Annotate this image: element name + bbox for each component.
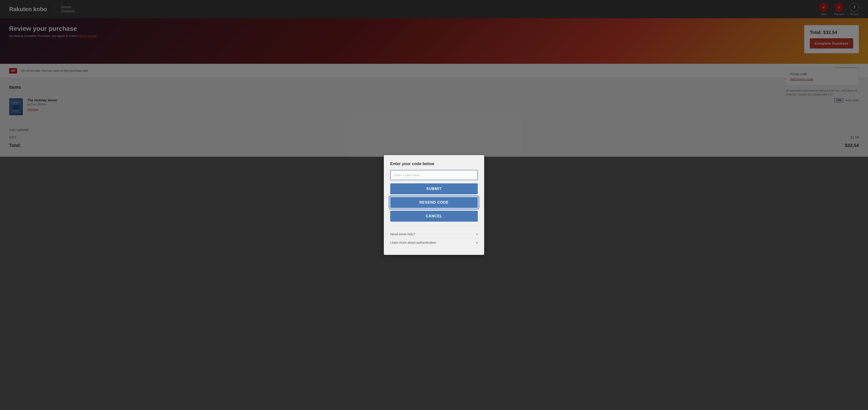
authentication-modal: Enter your code below SUBMIT RESEND CODE… [384,155,484,255]
modal-title: Enter your code below [390,162,478,166]
resend-code-button[interactable]: RESEND CODE [390,197,478,208]
submit-button[interactable]: SUBMIT [390,183,478,194]
cancel-button[interactable]: CANCEL [390,211,478,221]
modal-overlay: Enter your code below SUBMIT RESEND CODE… [0,0,868,410]
auth-info-chevron-icon: v [476,241,478,244]
help-chevron-icon: v [476,232,478,236]
help-accordion-label: Need some help? [390,232,415,236]
modal-content: Enter your code below SUBMIT RESEND CODE… [384,155,484,255]
modal-accordion: Need some help? v Learn more about authe… [390,226,478,250]
auth-info-accordion-item[interactable]: Learn more about authentication v [390,238,478,247]
help-accordion-item[interactable]: Need some help? v [390,230,478,238]
auth-info-label: Learn more about authentication [390,241,436,244]
code-input[interactable] [390,170,478,180]
